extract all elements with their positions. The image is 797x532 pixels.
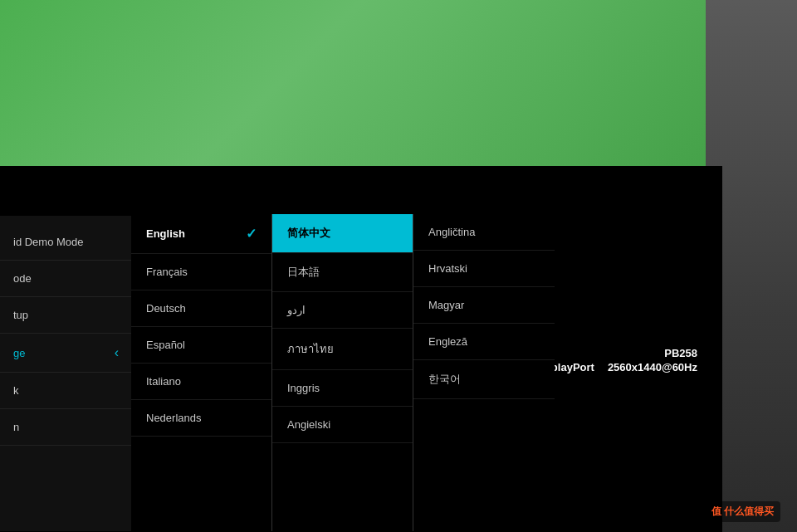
lang-item-inggris[interactable]: Inggris <box>272 370 413 407</box>
sidebar-item-mode-label: ode <box>13 272 32 285</box>
lang-english-label: English <box>146 227 185 240</box>
lang-hrvatski-label: Hrvatski <box>428 262 467 275</box>
lang-angielski-label: Angielski <box>287 418 330 431</box>
watermark: 值 什么值得买 <box>705 501 780 522</box>
lang-japanese-label: 日本語 <box>287 265 320 280</box>
lang-item-korean[interactable]: 한국어 <box>413 360 555 399</box>
sidebar-item-setup-label: tup <box>13 309 28 321</box>
language-column-1: English ✓ Français Deutsch Español Itali… <box>131 214 272 531</box>
resolution-label: 2560x1440@60Hz <box>608 361 697 373</box>
language-menu: English ✓ Français Deutsch Español Itali… <box>131 214 555 531</box>
lang-simplified-chinese-label: 简体中文 <box>287 226 330 241</box>
sidebar-item-k[interactable]: k <box>0 373 132 409</box>
green-screen-area <box>0 0 722 183</box>
lang-item-engleza[interactable]: Engleză <box>413 324 555 360</box>
lang-urdu-label: اردو <box>287 304 306 316</box>
lang-item-italiano[interactable]: Italiano <box>131 364 271 400</box>
lang-item-espanol[interactable]: Español <box>131 327 271 364</box>
lang-item-nederlands[interactable]: Nederlands <box>131 400 271 437</box>
sidebar-item-language[interactable]: ge ‹ <box>0 334 132 373</box>
language-column-2: 简体中文 日本語 اردو ภาษาไทย Inggris Angielski <box>272 214 413 531</box>
lang-francais-label: Français <box>146 266 188 278</box>
language-column-3: Angličtina Hrvatski Magyar Engleză 한국어 <box>413 214 555 531</box>
lang-anglictina-label: Angličtina <box>428 226 475 238</box>
lang-item-simplified-chinese[interactable]: 简体中文 <box>272 214 413 253</box>
watermark-text: 什么值得买 <box>724 505 774 517</box>
lang-item-francais[interactable]: Français <box>131 254 271 290</box>
watermark-icon: 值 <box>711 505 721 517</box>
lang-espanol-label: Español <box>146 339 185 351</box>
lang-engleza-label: Engleză <box>428 335 467 348</box>
lang-item-magyar[interactable]: Magyar <box>413 287 555 324</box>
lang-item-japanese[interactable]: 日本語 <box>272 253 413 292</box>
sidebar-item-demo[interactable]: id Demo Mode <box>0 224 132 261</box>
lang-item-angielski[interactable]: Angielski <box>272 407 413 443</box>
lang-korean-label: 한국어 <box>428 372 461 387</box>
lang-thai-label: ภาษาไทย <box>287 340 334 358</box>
sidebar-item-demo-label: id Demo Mode <box>13 236 84 248</box>
sidebar-item-n-label: n <box>13 421 19 433</box>
chevron-right-icon: ‹ <box>115 345 119 360</box>
lang-deutsch-label: Deutsch <box>146 302 186 315</box>
lang-item-deutsch[interactable]: Deutsch <box>131 290 271 327</box>
sidebar-item-k-label: k <box>13 384 19 397</box>
lang-italiano-label: Italiano <box>146 375 181 388</box>
sidebar-item-mode[interactable]: ode <box>0 261 132 297</box>
lang-item-thai[interactable]: ภาษาไทย <box>272 329 413 370</box>
status-bar: PB258 Standard Mode DisplayPort 2560x144… <box>0 181 714 214</box>
lang-item-hrvatski[interactable]: Hrvatski <box>413 251 555 287</box>
sidebar-item-language-label: ge <box>13 347 25 359</box>
lang-item-urdu[interactable]: اردو <box>272 292 413 329</box>
lang-inggris-label: Inggris <box>287 382 320 394</box>
sidebar: id Demo Mode ode tup ge ‹ k n <box>0 216 133 531</box>
sidebar-item-setup[interactable]: tup <box>0 297 132 334</box>
sidebar-item-n[interactable]: n <box>0 409 132 446</box>
lang-item-english[interactable]: English ✓ <box>131 214 271 254</box>
lang-nederlands-label: Nederlands <box>146 412 202 424</box>
lang-magyar-label: Magyar <box>428 299 464 311</box>
checkmark-icon: ✓ <box>246 226 257 242</box>
lang-item-anglictina[interactable]: Angličtina <box>413 214 555 251</box>
